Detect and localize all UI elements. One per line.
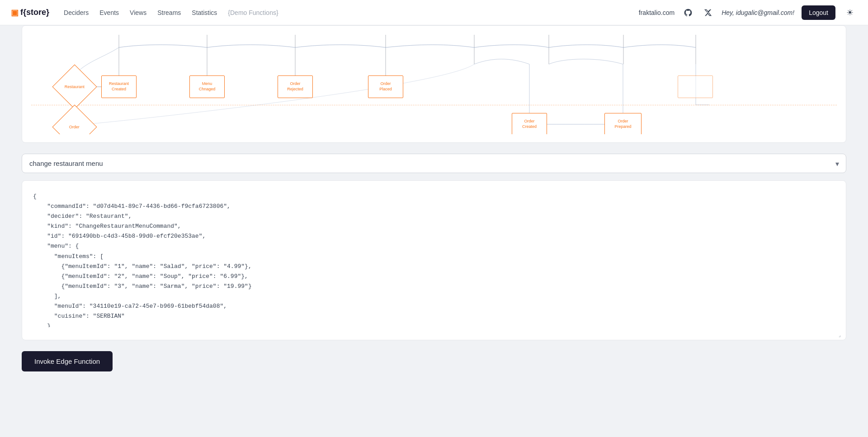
page-content: Restaurant Order RestaurantCreated MenuC… <box>0 25 868 437</box>
nav-domain: fraktalio.com <box>639 9 675 16</box>
logo-icon: ▣ <box>11 8 19 18</box>
github-link[interactable] <box>682 6 694 19</box>
menu-changed-label: MenuChnaged <box>199 81 216 92</box>
x-icon <box>704 9 712 17</box>
dropdown-wrapper: change restaurant menu place order creat… <box>22 154 846 173</box>
restaurant-created-label: RestaurantCreated <box>109 81 129 92</box>
resize-handle-icon: ⌟ <box>839 333 844 338</box>
order-created-label: OrderCreated <box>522 119 537 129</box>
theme-toggle[interactable]: ☀ <box>843 5 857 20</box>
order-aggregate-label: Order <box>69 125 80 130</box>
github-icon <box>684 8 693 17</box>
logo-text: f{store} <box>20 8 49 17</box>
json-editor[interactable] <box>33 192 835 327</box>
menu-changed-node: MenuChnaged <box>189 75 225 98</box>
diagram-card: Restaurant Order RestaurantCreated MenuC… <box>22 25 846 143</box>
command-dropdown[interactable]: change restaurant menu place order creat… <box>22 154 846 173</box>
restaurant-aggregate-node: Restaurant <box>52 65 97 109</box>
order-rejected-label: OrderRejected <box>287 81 303 92</box>
restaurant-aggregate-label: Restaurant <box>65 85 85 89</box>
diagram-canvas: Restaurant Order RestaurantCreated MenuC… <box>31 35 837 134</box>
order-prepared-label: OrderPrepared <box>614 119 631 129</box>
order-placed-node: OrderPlaced <box>368 75 403 98</box>
nav-greeting: Hey, idugalic@gmail.com! <box>722 9 794 16</box>
nav-links: Deciders Events Views Streams Statistics… <box>64 7 639 18</box>
logout-button[interactable]: Logout <box>802 5 835 20</box>
x-twitter-link[interactable] <box>702 6 714 19</box>
nav-demo-functions[interactable]: {Demo Functions} <box>228 7 278 18</box>
json-editor-card: ⌟ <box>22 180 846 340</box>
diagram-svg <box>31 35 837 134</box>
order-created-node: OrderCreated <box>512 113 547 134</box>
nav-streams[interactable]: Streams <box>157 7 181 18</box>
order-placed-label: OrderPlaced <box>379 81 392 92</box>
nav-statistics[interactable]: Statistics <box>192 7 217 18</box>
dropdown-section: change restaurant menu place order creat… <box>22 154 846 173</box>
order-prepared-node: OrderPrepared <box>604 113 642 134</box>
far-right-node-1 <box>678 75 713 98</box>
nav-deciders[interactable]: Deciders <box>64 7 89 18</box>
nav-events[interactable]: Events <box>99 7 119 18</box>
nav-views[interactable]: Views <box>130 7 146 18</box>
nav-right: fraktalio.com Hey, idugalic@gmail.com! L… <box>639 5 857 20</box>
navbar: ▣ f{store} Deciders Events Views Streams… <box>0 0 868 25</box>
order-rejected-node: OrderRejected <box>278 75 313 98</box>
diagram-separator <box>31 105 837 105</box>
logo[interactable]: ▣ f{store} <box>11 8 49 18</box>
order-aggregate-node: Order <box>52 105 97 134</box>
invoke-button[interactable]: Invoke Edge Function <box>22 351 113 371</box>
restaurant-created-node: RestaurantCreated <box>101 75 137 98</box>
